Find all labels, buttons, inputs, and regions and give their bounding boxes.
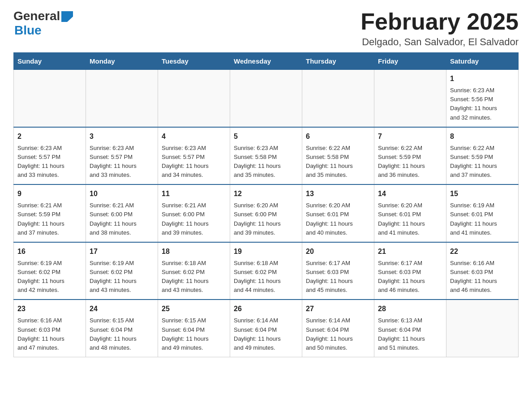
weekday-header-row: SundayMondayTuesdayWednesdayThursdayFrid… — [14, 53, 519, 70]
day-number: 27 — [306, 304, 370, 314]
day-number: 23 — [17, 304, 82, 314]
day-number: 19 — [234, 246, 298, 257]
day-number: 22 — [450, 246, 515, 257]
title-section: February 2025 Delgado, San Salvador, El … — [360, 9, 519, 48]
calendar-cell: 15Sunrise: 6:19 AM Sunset: 6:01 PM Dayli… — [446, 184, 519, 242]
day-number: 14 — [378, 188, 442, 199]
day-info: Sunrise: 6:16 AM Sunset: 6:03 PM Dayligh… — [17, 316, 82, 352]
calendar-cell — [14, 70, 86, 127]
page-header: General Blue February 2025 Delgado, San … — [13, 9, 519, 48]
calendar-table: SundayMondayTuesdayWednesdayThursdayFrid… — [13, 52, 519, 357]
svg-marker-1 — [68, 11, 73, 17]
day-number: 8 — [450, 131, 515, 142]
day-number: 3 — [90, 131, 154, 142]
day-info: Sunrise: 6:21 AM Sunset: 6:00 PM Dayligh… — [162, 201, 226, 237]
day-info: Sunrise: 6:22 AM Sunset: 5:59 PM Dayligh… — [378, 144, 442, 180]
day-number: 5 — [234, 131, 298, 142]
day-info: Sunrise: 6:21 AM Sunset: 6:00 PM Dayligh… — [90, 201, 154, 237]
day-number: 1 — [450, 73, 515, 84]
calendar-cell: 14Sunrise: 6:20 AM Sunset: 6:01 PM Dayli… — [374, 184, 446, 242]
calendar-cell: 1Sunrise: 6:23 AM Sunset: 5:56 PM Daylig… — [446, 70, 519, 127]
calendar-cell: 23Sunrise: 6:16 AM Sunset: 6:03 PM Dayli… — [14, 300, 86, 357]
day-number: 25 — [162, 304, 226, 314]
day-info: Sunrise: 6:23 AM Sunset: 5:58 PM Dayligh… — [234, 144, 298, 180]
day-info: Sunrise: 6:19 AM Sunset: 6:02 PM Dayligh… — [17, 259, 82, 295]
calendar-cell: 11Sunrise: 6:21 AM Sunset: 6:00 PM Dayli… — [158, 184, 230, 242]
calendar-cell: 9Sunrise: 6:21 AM Sunset: 5:59 PM Daylig… — [14, 184, 86, 242]
weekday-header-friday: Friday — [374, 53, 446, 70]
week-row-5: 23Sunrise: 6:16 AM Sunset: 6:03 PM Dayli… — [14, 300, 519, 357]
week-row-4: 16Sunrise: 6:19 AM Sunset: 6:02 PM Dayli… — [14, 242, 519, 300]
calendar-cell: 7Sunrise: 6:22 AM Sunset: 5:59 PM Daylig… — [374, 127, 446, 185]
day-info: Sunrise: 6:14 AM Sunset: 6:04 PM Dayligh… — [306, 316, 370, 352]
day-number: 18 — [162, 246, 226, 257]
day-info: Sunrise: 6:21 AM Sunset: 5:59 PM Dayligh… — [17, 201, 82, 237]
day-info: Sunrise: 6:23 AM Sunset: 5:57 PM Dayligh… — [90, 144, 154, 180]
calendar-cell: 19Sunrise: 6:18 AM Sunset: 6:02 PM Dayli… — [230, 242, 302, 300]
logo-general-text: General — [13, 9, 60, 23]
day-number: 2 — [17, 131, 82, 142]
day-info: Sunrise: 6:23 AM Sunset: 5:56 PM Dayligh… — [450, 86, 515, 122]
day-number: 17 — [90, 246, 154, 257]
calendar-cell: 8Sunrise: 6:22 AM Sunset: 5:59 PM Daylig… — [446, 127, 519, 185]
calendar-cell: 10Sunrise: 6:21 AM Sunset: 6:00 PM Dayli… — [86, 184, 158, 242]
day-number: 7 — [378, 131, 442, 142]
calendar-cell — [158, 70, 230, 127]
week-row-1: 1Sunrise: 6:23 AM Sunset: 5:56 PM Daylig… — [14, 70, 519, 127]
weekday-header-monday: Monday — [86, 53, 158, 70]
day-info: Sunrise: 6:23 AM Sunset: 5:57 PM Dayligh… — [162, 144, 226, 180]
day-number: 10 — [90, 188, 154, 199]
calendar-cell: 4Sunrise: 6:23 AM Sunset: 5:57 PM Daylig… — [158, 127, 230, 185]
day-info: Sunrise: 6:17 AM Sunset: 6:03 PM Dayligh… — [306, 259, 370, 295]
calendar-cell: 22Sunrise: 6:16 AM Sunset: 6:03 PM Dayli… — [446, 242, 519, 300]
logo: General Blue — [13, 9, 73, 38]
day-info: Sunrise: 6:18 AM Sunset: 6:02 PM Dayligh… — [234, 259, 298, 295]
calendar-cell: 18Sunrise: 6:18 AM Sunset: 6:02 PM Dayli… — [158, 242, 230, 300]
calendar-cell: 2Sunrise: 6:23 AM Sunset: 5:57 PM Daylig… — [14, 127, 86, 185]
day-info: Sunrise: 6:15 AM Sunset: 6:04 PM Dayligh… — [90, 316, 154, 352]
day-number: 15 — [450, 188, 515, 199]
logo-blue-text: Blue — [14, 23, 42, 38]
calendar-cell — [374, 70, 446, 127]
calendar-cell: 27Sunrise: 6:14 AM Sunset: 6:04 PM Dayli… — [302, 300, 374, 357]
day-number: 24 — [90, 304, 154, 314]
month-title: February 2025 — [360, 9, 519, 34]
day-number: 28 — [378, 304, 442, 314]
calendar-cell: 13Sunrise: 6:20 AM Sunset: 6:01 PM Dayli… — [302, 184, 374, 242]
day-info: Sunrise: 6:17 AM Sunset: 6:03 PM Dayligh… — [378, 259, 442, 295]
calendar-cell: 16Sunrise: 6:19 AM Sunset: 6:02 PM Dayli… — [14, 242, 86, 300]
day-info: Sunrise: 6:19 AM Sunset: 6:02 PM Dayligh… — [90, 259, 154, 295]
day-number: 20 — [306, 246, 370, 257]
calendar-cell: 28Sunrise: 6:13 AM Sunset: 6:04 PM Dayli… — [374, 300, 446, 357]
calendar-cell — [446, 300, 519, 357]
week-row-2: 2Sunrise: 6:23 AM Sunset: 5:57 PM Daylig… — [14, 127, 519, 185]
day-info: Sunrise: 6:20 AM Sunset: 6:00 PM Dayligh… — [234, 201, 298, 237]
calendar-cell: 6Sunrise: 6:22 AM Sunset: 5:58 PM Daylig… — [302, 127, 374, 185]
location-title: Delgado, San Salvador, El Salvador — [360, 36, 519, 48]
day-number: 11 — [162, 188, 226, 199]
day-info: Sunrise: 6:20 AM Sunset: 6:01 PM Dayligh… — [306, 201, 370, 237]
calendar-cell: 17Sunrise: 6:19 AM Sunset: 6:02 PM Dayli… — [86, 242, 158, 300]
week-row-3: 9Sunrise: 6:21 AM Sunset: 5:59 PM Daylig… — [14, 184, 519, 242]
day-info: Sunrise: 6:13 AM Sunset: 6:04 PM Dayligh… — [378, 316, 442, 352]
day-number: 21 — [378, 246, 442, 257]
calendar-cell: 20Sunrise: 6:17 AM Sunset: 6:03 PM Dayli… — [302, 242, 374, 300]
calendar-cell: 21Sunrise: 6:17 AM Sunset: 6:03 PM Dayli… — [374, 242, 446, 300]
weekday-header-tuesday: Tuesday — [158, 53, 230, 70]
day-info: Sunrise: 6:14 AM Sunset: 6:04 PM Dayligh… — [234, 316, 298, 352]
calendar-cell: 24Sunrise: 6:15 AM Sunset: 6:04 PM Dayli… — [86, 300, 158, 357]
day-number: 12 — [234, 188, 298, 199]
day-number: 9 — [17, 188, 82, 199]
day-info: Sunrise: 6:19 AM Sunset: 6:01 PM Dayligh… — [450, 201, 515, 237]
day-number: 16 — [17, 246, 82, 257]
calendar-cell: 26Sunrise: 6:14 AM Sunset: 6:04 PM Dayli… — [230, 300, 302, 357]
day-info: Sunrise: 6:16 AM Sunset: 6:03 PM Dayligh… — [450, 259, 515, 295]
day-info: Sunrise: 6:22 AM Sunset: 5:58 PM Dayligh… — [306, 144, 370, 180]
calendar-cell — [230, 70, 302, 127]
day-number: 13 — [306, 188, 370, 199]
calendar-cell — [302, 70, 374, 127]
day-number: 26 — [234, 304, 298, 314]
calendar-cell: 12Sunrise: 6:20 AM Sunset: 6:00 PM Dayli… — [230, 184, 302, 242]
day-number: 6 — [306, 131, 370, 142]
day-info: Sunrise: 6:23 AM Sunset: 5:57 PM Dayligh… — [17, 144, 82, 180]
